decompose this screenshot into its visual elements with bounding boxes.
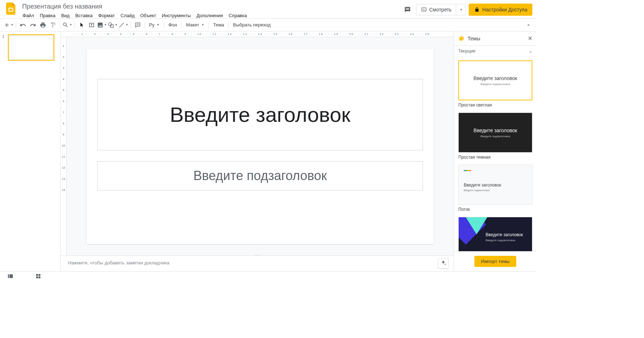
separator: [16, 21, 16, 29]
present-button[interactable]: Смотреть: [416, 4, 456, 15]
undo-button[interactable]: [18, 20, 28, 30]
themes-header: Темы ✕: [454, 31, 537, 46]
separator: [164, 21, 164, 29]
canvas-area: · · · 1 · · · 2 · · · 3 · · · 4 · · · 5 …: [61, 31, 454, 271]
title-placeholder[interactable]: Введите заголовок: [97, 79, 423, 150]
redo-button[interactable]: [28, 20, 38, 30]
notes-resize-handle[interactable]: [252, 255, 263, 257]
svg-rect-1: [9, 9, 13, 11]
filmstrip: 1: [0, 31, 61, 271]
themes-title: Темы: [468, 36, 525, 41]
palette-icon: [458, 35, 465, 42]
slides-logo[interactable]: [4, 2, 17, 15]
present-label: Смотреть: [429, 7, 452, 13]
select-tool[interactable]: [77, 20, 86, 30]
themes-list: Введите заголовок Введите подзаголовок П…: [454, 57, 537, 251]
slide-thumbnail-wrap: 1: [2, 34, 58, 61]
chevron-down-icon: ▼: [126, 23, 128, 26]
close-icon: ✕: [528, 35, 532, 41]
comment-tool[interactable]: [133, 20, 142, 30]
slide[interactable]: Введите заголовок Введите подзаголовок: [87, 49, 434, 244]
comment-icon: [404, 6, 411, 13]
subtitle-placeholder[interactable]: Введите подзаголовок: [97, 161, 423, 190]
filmstrip-view-button[interactable]: [7, 273, 14, 280]
menu-edit[interactable]: Правка: [37, 12, 58, 19]
theme-button[interactable]: Тема: [211, 20, 226, 30]
share-label: Настройки Доступа: [482, 7, 527, 13]
theme-focus[interactable]: Введите заголовок Введите подзаголовок Ф…: [458, 217, 532, 251]
print-button[interactable]: [38, 20, 48, 30]
theme-name: Простая темная: [458, 155, 532, 160]
main-area: 1 · · · 1 · · · 2 · · · 3 · · · 4 · · · …: [0, 31, 537, 271]
menu-file[interactable]: Файл: [20, 12, 36, 19]
transition-button[interactable]: Выбрать переход: [231, 20, 273, 30]
slide-thumbnail[interactable]: [8, 34, 54, 61]
menu-format[interactable]: Формат: [96, 12, 117, 19]
close-themes-button[interactable]: ✕: [528, 35, 532, 42]
menu-insert[interactable]: Вставка: [73, 12, 95, 19]
comments-button[interactable]: [402, 4, 413, 15]
theme-preview: Введите заголовок Введите подзаголовок: [458, 60, 532, 100]
present-dropdown[interactable]: ▼: [456, 4, 465, 15]
menu-help[interactable]: Справка: [226, 12, 249, 19]
svg-rect-4: [8, 274, 9, 278]
svg-rect-6: [36, 274, 38, 276]
separator: [228, 21, 229, 29]
svg-rect-9: [39, 277, 40, 278]
theme-simple-dark[interactable]: Введите заголовок Введите подзаголовок П…: [458, 113, 532, 160]
menu-tools[interactable]: Инструменты: [159, 12, 193, 19]
zoom-button[interactable]: ▼: [62, 20, 72, 30]
explore-icon: [440, 260, 447, 267]
chevron-down-icon: ▼: [69, 23, 72, 26]
lock-icon: [474, 6, 480, 13]
textbox-tool[interactable]: [87, 20, 96, 30]
chevron-down-icon: ▼: [115, 23, 118, 26]
vertical-ruler[interactable]: 1234567891011121314: [61, 37, 67, 255]
notes-placeholder: Нажмите, чтобы добавить заметки докладчи…: [68, 260, 169, 265]
new-slide-button[interactable]: ▼: [4, 20, 14, 30]
svg-rect-3: [111, 25, 113, 28]
chevron-down-icon: ▼: [11, 23, 14, 26]
input-language-button[interactable]: Ру▼: [147, 20, 162, 30]
explore-button[interactable]: [438, 258, 449, 269]
collapse-toolbar-button[interactable]: [524, 20, 533, 30]
theme-name: Поток: [458, 207, 532, 212]
document-title[interactable]: Презентация без названия: [20, 2, 104, 11]
input-language-label: Ру: [149, 22, 155, 28]
separator: [145, 21, 145, 29]
line-tool[interactable]: ▼: [118, 20, 128, 30]
theme-preview: Введите заголовок Введите подзаголовок: [458, 165, 532, 205]
menu-view[interactable]: Вид: [59, 12, 72, 19]
share-button[interactable]: Настройки Доступа: [469, 4, 532, 16]
themes-current-label: Текущие: [458, 49, 475, 54]
svg-rect-7: [39, 274, 40, 276]
chevron-down-icon: ▼: [104, 23, 107, 26]
grid-view-button[interactable]: [35, 273, 42, 280]
speaker-notes[interactable]: Нажмите, чтобы добавить заметки докладчи…: [61, 255, 454, 271]
themes-current-toggle[interactable]: Текущие ⌄: [454, 46, 537, 57]
horizontal-ruler[interactable]: · · · 1 · · · 2 · · · 3 · · · 4 · · · 5 …: [61, 31, 454, 37]
image-tool[interactable]: ▼: [97, 20, 107, 30]
layout-button[interactable]: Макет▼: [184, 20, 206, 30]
menu-addons[interactable]: Дополнения: [194, 12, 225, 19]
separator: [131, 21, 131, 29]
slide-number: 1: [2, 34, 6, 61]
svg-point-2: [108, 23, 112, 26]
title-area: Презентация без названия Файл Правка Вид…: [20, 2, 402, 19]
slide-container[interactable]: Введите заголовок Введите подзаголовок: [67, 37, 454, 255]
background-button[interactable]: Фон: [166, 20, 179, 30]
themes-footer: Импорт темы: [454, 251, 537, 271]
import-theme-button[interactable]: Импорт темы: [474, 256, 516, 267]
svg-rect-5: [10, 274, 13, 278]
theme-simple-light[interactable]: Введите заголовок Введите подзаголовок П…: [458, 60, 532, 108]
menu-slide[interactable]: Слайд: [118, 12, 137, 19]
theme-preview: Введите заголовок Введите подзаголовок: [458, 217, 532, 251]
chevron-down-icon: ▼: [460, 8, 463, 11]
shape-tool[interactable]: ▼: [108, 20, 118, 30]
app-header: Презентация без названия Файл Правка Вид…: [0, 0, 537, 19]
theme-name: Простая светлая: [458, 103, 532, 108]
paint-format-button[interactable]: [48, 20, 58, 30]
present-group: Смотреть ▼: [416, 4, 466, 15]
theme-flow[interactable]: Введите заголовок Введите подзаголовок П…: [458, 165, 532, 212]
menu-object[interactable]: Объект: [138, 12, 158, 19]
